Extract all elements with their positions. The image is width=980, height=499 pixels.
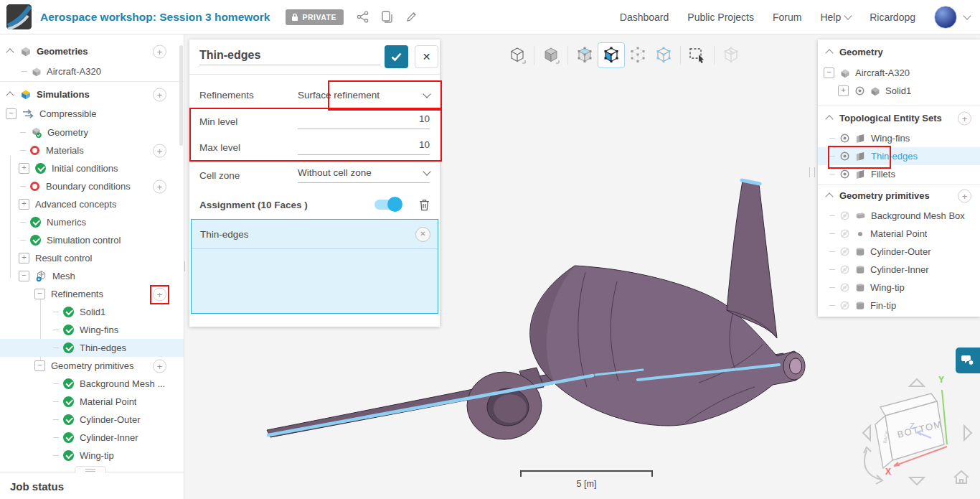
duplicate-button[interactable] xyxy=(382,11,392,23)
select-face-icon[interactable] xyxy=(572,43,598,67)
scene-item-solid1[interactable]: + Solid1 xyxy=(818,82,980,100)
select-volume-icon[interactable] xyxy=(598,42,625,68)
eye-icon[interactable] xyxy=(854,85,865,96)
edit-button[interactable] xyxy=(405,11,417,23)
tree-item-wing-tip[interactable]: Wing-tip xyxy=(0,447,184,465)
tree-item-sim-geometry[interactable]: Geometry xyxy=(0,123,184,141)
right-panel-resize-handle[interactable] xyxy=(809,167,815,177)
tree-item-background-mesh[interactable]: Background Mesh ... xyxy=(0,375,184,393)
scene-item-wing-fins[interactable]: Wing-fins xyxy=(818,129,980,147)
chevron-up-icon[interactable] xyxy=(6,48,14,56)
user-menu[interactable] xyxy=(934,6,970,29)
render-wireframe-icon[interactable] xyxy=(504,43,530,67)
chevron-up-icon[interactable] xyxy=(6,91,14,99)
refinement-type-select[interactable]: Surface refinement xyxy=(298,90,430,101)
nav-arrow-down[interactable] xyxy=(910,477,924,485)
geometry-primitives-header[interactable]: Geometry primitives + xyxy=(818,187,980,205)
tree-item-cylinder-inner[interactable]: Cylinder-Inner xyxy=(0,429,184,447)
expand-icon[interactable]: + xyxy=(19,199,29,210)
confirm-button[interactable] xyxy=(385,45,408,68)
tree-item-solid1[interactable]: Solid1 xyxy=(0,303,184,321)
eye-slashed-icon[interactable] xyxy=(839,228,850,239)
add-refinement-button[interactable]: + xyxy=(153,287,166,301)
min-level-input[interactable]: 10 xyxy=(298,113,430,129)
eye-slashed-icon[interactable] xyxy=(839,282,850,293)
scene-item-aircraft-a320[interactable]: − Aircraft-A320 xyxy=(818,64,980,82)
nav-forum[interactable]: Forum xyxy=(773,11,801,23)
expand-icon[interactable]: + xyxy=(19,163,29,174)
scene-geometry-header[interactable]: Geometry xyxy=(818,43,980,61)
eye-icon[interactable] xyxy=(839,169,850,179)
add-geometry-primitive-button[interactable]: + xyxy=(153,359,166,373)
tree-item-wing-fins[interactable]: Wing-fins xyxy=(0,321,184,339)
tree-item-aircraft-a320[interactable]: Aircraft-A320 xyxy=(0,62,184,80)
navigation-cube[interactable]: BOTTOM BACK Y X Z xyxy=(857,370,979,498)
collapse-icon[interactable]: − xyxy=(6,108,17,119)
job-status-handle[interactable] xyxy=(75,466,106,473)
add-simulation-button[interactable]: + xyxy=(153,88,166,101)
scene-item-background-mesh-box[interactable]: Background Mesh Box xyxy=(818,207,980,225)
expand-icon[interactable]: + xyxy=(19,253,29,264)
tree-item-result-control[interactable]: + Result control xyxy=(0,249,184,267)
assignment-item[interactable]: Thin-edges ✕ xyxy=(192,220,438,249)
tree-item-refinements[interactable]: − Refinements + xyxy=(0,285,184,303)
nav-arrow-right[interactable] xyxy=(964,426,971,440)
tree-item-initial-conditions[interactable]: + Initial conditions xyxy=(0,159,184,177)
scene-item-cylinder-inner[interactable]: Cylinder-Inner xyxy=(818,261,980,279)
nav-rotate-arrow[interactable] xyxy=(864,450,881,480)
nav-dashboard[interactable]: Dashboard xyxy=(620,11,669,23)
collapse-icon[interactable]: − xyxy=(34,360,45,371)
collapse-icon[interactable]: − xyxy=(34,289,45,299)
add-primitive-button[interactable]: + xyxy=(958,189,971,202)
chevron-up-icon[interactable] xyxy=(825,115,833,123)
max-level-input[interactable]: 10 xyxy=(298,139,430,155)
scene-item-fin-tip[interactable]: Fin-tip xyxy=(818,297,980,314)
project-title[interactable]: Aerospace workshop: Session 3 homework xyxy=(40,11,270,24)
tree-item-geometries[interactable]: Geometries + xyxy=(0,42,184,60)
cell-zone-select[interactable]: Without cell zone xyxy=(298,167,430,183)
tree-item-geometry-primitives[interactable]: − Geometry primitives + xyxy=(0,357,184,375)
scene-item-fillets[interactable]: Fillets xyxy=(818,165,980,183)
render-solid-icon[interactable] xyxy=(538,43,564,67)
tree-item-simulation-control[interactable]: Simulation control xyxy=(0,231,184,249)
box-select-icon[interactable] xyxy=(684,43,710,67)
nav-arrow-up[interactable] xyxy=(910,379,924,386)
nav-arrow-left[interactable] xyxy=(863,426,870,440)
share-button[interactable] xyxy=(357,11,369,23)
chevron-up-icon[interactable] xyxy=(825,49,833,57)
mesh-clip-icon-disabled[interactable] xyxy=(718,43,744,67)
add-geometry-button[interactable]: + xyxy=(153,45,166,58)
chevron-up-icon[interactable] xyxy=(825,192,833,200)
tree-item-boundary-conditions[interactable]: Boundary conditions + xyxy=(0,177,184,195)
add-material-button[interactable]: + xyxy=(153,144,166,157)
eye-icon[interactable] xyxy=(839,151,850,162)
user-name[interactable]: Ricardopg xyxy=(870,11,915,23)
add-boundary-condition-button[interactable]: + xyxy=(153,179,166,193)
scene-item-thin-edges[interactable]: Thin-edges xyxy=(818,147,980,165)
chat-button[interactable] xyxy=(956,348,980,373)
assignment-toggle[interactable] xyxy=(374,200,400,210)
collapse-icon[interactable]: − xyxy=(19,271,29,281)
tree-item-simulations[interactable]: Simulations + xyxy=(0,85,184,103)
job-status-panel[interactable]: Job status xyxy=(0,472,184,499)
eye-slashed-icon[interactable] xyxy=(839,264,850,275)
sidebar-scrollbar[interactable] xyxy=(179,45,183,146)
add-entity-set-button[interactable]: + xyxy=(958,111,971,125)
home-icon[interactable] xyxy=(954,471,969,483)
eye-slashed-icon[interactable] xyxy=(839,246,850,257)
simscale-logo[interactable] xyxy=(6,4,32,29)
tree-item-material-point[interactable]: Material Point xyxy=(0,393,184,411)
select-edge-icon[interactable] xyxy=(651,43,677,67)
collapse-icon[interactable]: − xyxy=(824,67,834,78)
nav-public-projects[interactable]: Public Projects xyxy=(687,11,754,23)
nav-help-menu[interactable]: Help xyxy=(820,11,851,23)
tree-item-advanced-concepts[interactable]: + Advanced concepts xyxy=(0,195,184,213)
tree-item-compressible[interactable]: − Compressible xyxy=(0,105,184,123)
remove-assignment-icon[interactable]: ✕ xyxy=(415,227,430,242)
eye-icon[interactable] xyxy=(839,133,850,144)
trash-icon[interactable] xyxy=(419,199,430,211)
scene-item-material-point[interactable]: Material Point xyxy=(818,225,980,243)
scene-item-cylinder-outer[interactable]: Cylinder-Outer xyxy=(818,243,980,261)
topological-entity-sets-header[interactable]: Topological Entity Sets + xyxy=(818,109,980,127)
tree-item-cylinder-outer[interactable]: Cylinder-Outer xyxy=(0,411,184,429)
